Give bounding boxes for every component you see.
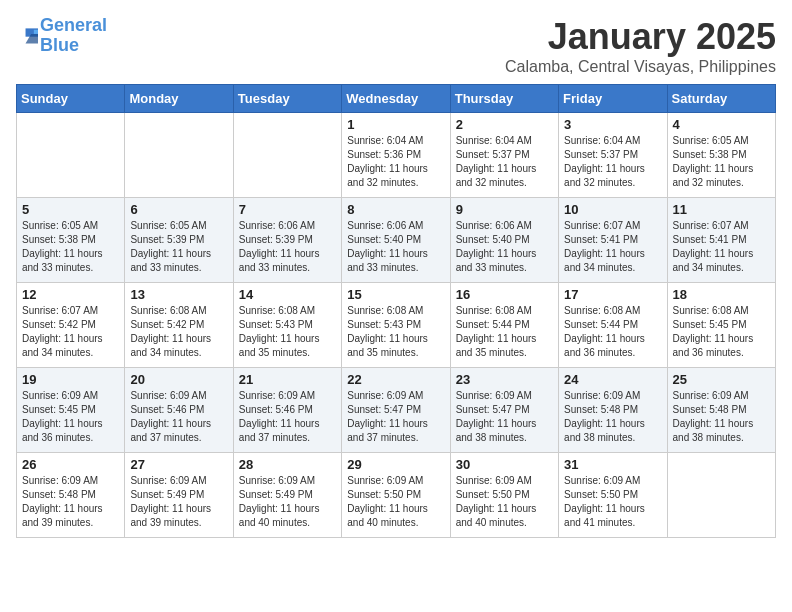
- week-row-3: 12Sunrise: 6:07 AM Sunset: 5:42 PM Dayli…: [17, 283, 776, 368]
- day-number: 26: [22, 457, 119, 472]
- day-cell: 25Sunrise: 6:09 AM Sunset: 5:48 PM Dayli…: [667, 368, 775, 453]
- day-number: 30: [456, 457, 553, 472]
- day-cell: 20Sunrise: 6:09 AM Sunset: 5:46 PM Dayli…: [125, 368, 233, 453]
- day-cell: 8Sunrise: 6:06 AM Sunset: 5:40 PM Daylig…: [342, 198, 450, 283]
- col-header-saturday: Saturday: [667, 85, 775, 113]
- day-cell: 11Sunrise: 6:07 AM Sunset: 5:41 PM Dayli…: [667, 198, 775, 283]
- day-number: 16: [456, 287, 553, 302]
- day-cell: 31Sunrise: 6:09 AM Sunset: 5:50 PM Dayli…: [559, 453, 667, 538]
- day-number: 4: [673, 117, 770, 132]
- logo: General Blue: [16, 16, 107, 56]
- cell-info: Sunrise: 6:08 AM Sunset: 5:42 PM Dayligh…: [130, 304, 227, 360]
- day-cell: 2Sunrise: 6:04 AM Sunset: 5:37 PM Daylig…: [450, 113, 558, 198]
- cell-info: Sunrise: 6:06 AM Sunset: 5:40 PM Dayligh…: [347, 219, 444, 275]
- day-cell: 5Sunrise: 6:05 AM Sunset: 5:38 PM Daylig…: [17, 198, 125, 283]
- day-cell: 17Sunrise: 6:08 AM Sunset: 5:44 PM Dayli…: [559, 283, 667, 368]
- cell-info: Sunrise: 6:09 AM Sunset: 5:46 PM Dayligh…: [239, 389, 336, 445]
- cell-info: Sunrise: 6:09 AM Sunset: 5:50 PM Dayligh…: [347, 474, 444, 530]
- cell-info: Sunrise: 6:08 AM Sunset: 5:45 PM Dayligh…: [673, 304, 770, 360]
- day-cell: 26Sunrise: 6:09 AM Sunset: 5:48 PM Dayli…: [17, 453, 125, 538]
- day-number: 14: [239, 287, 336, 302]
- cell-info: Sunrise: 6:07 AM Sunset: 5:41 PM Dayligh…: [673, 219, 770, 275]
- day-number: 25: [673, 372, 770, 387]
- cell-info: Sunrise: 6:09 AM Sunset: 5:48 PM Dayligh…: [564, 389, 661, 445]
- day-number: 31: [564, 457, 661, 472]
- day-number: 15: [347, 287, 444, 302]
- day-number: 17: [564, 287, 661, 302]
- day-number: 7: [239, 202, 336, 217]
- day-number: 21: [239, 372, 336, 387]
- day-number: 20: [130, 372, 227, 387]
- cell-info: Sunrise: 6:09 AM Sunset: 5:46 PM Dayligh…: [130, 389, 227, 445]
- day-cell: 3Sunrise: 6:04 AM Sunset: 5:37 PM Daylig…: [559, 113, 667, 198]
- day-number: 23: [456, 372, 553, 387]
- day-cell: 27Sunrise: 6:09 AM Sunset: 5:49 PM Dayli…: [125, 453, 233, 538]
- day-number: 12: [22, 287, 119, 302]
- day-number: 18: [673, 287, 770, 302]
- day-cell: 24Sunrise: 6:09 AM Sunset: 5:48 PM Dayli…: [559, 368, 667, 453]
- day-number: 27: [130, 457, 227, 472]
- cell-info: Sunrise: 6:09 AM Sunset: 5:49 PM Dayligh…: [239, 474, 336, 530]
- day-cell: 14Sunrise: 6:08 AM Sunset: 5:43 PM Dayli…: [233, 283, 341, 368]
- week-row-1: 1Sunrise: 6:04 AM Sunset: 5:36 PM Daylig…: [17, 113, 776, 198]
- day-number: 22: [347, 372, 444, 387]
- day-number: 5: [22, 202, 119, 217]
- cell-info: Sunrise: 6:06 AM Sunset: 5:39 PM Dayligh…: [239, 219, 336, 275]
- col-header-tuesday: Tuesday: [233, 85, 341, 113]
- day-cell: 28Sunrise: 6:09 AM Sunset: 5:49 PM Dayli…: [233, 453, 341, 538]
- day-number: 3: [564, 117, 661, 132]
- cell-info: Sunrise: 6:09 AM Sunset: 5:49 PM Dayligh…: [130, 474, 227, 530]
- day-number: 8: [347, 202, 444, 217]
- cell-info: Sunrise: 6:06 AM Sunset: 5:40 PM Dayligh…: [456, 219, 553, 275]
- day-cell: 10Sunrise: 6:07 AM Sunset: 5:41 PM Dayli…: [559, 198, 667, 283]
- day-number: 1: [347, 117, 444, 132]
- calendar-table: SundayMondayTuesdayWednesdayThursdayFrid…: [16, 84, 776, 538]
- col-header-thursday: Thursday: [450, 85, 558, 113]
- day-cell: 12Sunrise: 6:07 AM Sunset: 5:42 PM Dayli…: [17, 283, 125, 368]
- header-row: SundayMondayTuesdayWednesdayThursdayFrid…: [17, 85, 776, 113]
- day-cell: 16Sunrise: 6:08 AM Sunset: 5:44 PM Dayli…: [450, 283, 558, 368]
- cell-info: Sunrise: 6:09 AM Sunset: 5:50 PM Dayligh…: [564, 474, 661, 530]
- cell-info: Sunrise: 6:05 AM Sunset: 5:38 PM Dayligh…: [673, 134, 770, 190]
- day-cell: 29Sunrise: 6:09 AM Sunset: 5:50 PM Dayli…: [342, 453, 450, 538]
- day-cell: [125, 113, 233, 198]
- cell-info: Sunrise: 6:05 AM Sunset: 5:38 PM Dayligh…: [22, 219, 119, 275]
- day-cell: 22Sunrise: 6:09 AM Sunset: 5:47 PM Dayli…: [342, 368, 450, 453]
- cell-info: Sunrise: 6:09 AM Sunset: 5:48 PM Dayligh…: [22, 474, 119, 530]
- month-title: January 2025: [505, 16, 776, 58]
- cell-info: Sunrise: 6:08 AM Sunset: 5:44 PM Dayligh…: [456, 304, 553, 360]
- day-number: 13: [130, 287, 227, 302]
- logo-text: General Blue: [40, 16, 107, 56]
- col-header-sunday: Sunday: [17, 85, 125, 113]
- logo-icon: [18, 27, 40, 45]
- day-cell: 1Sunrise: 6:04 AM Sunset: 5:36 PM Daylig…: [342, 113, 450, 198]
- day-number: 2: [456, 117, 553, 132]
- day-cell: 4Sunrise: 6:05 AM Sunset: 5:38 PM Daylig…: [667, 113, 775, 198]
- week-row-5: 26Sunrise: 6:09 AM Sunset: 5:48 PM Dayli…: [17, 453, 776, 538]
- day-cell: [17, 113, 125, 198]
- col-header-friday: Friday: [559, 85, 667, 113]
- col-header-wednesday: Wednesday: [342, 85, 450, 113]
- cell-info: Sunrise: 6:09 AM Sunset: 5:50 PM Dayligh…: [456, 474, 553, 530]
- cell-info: Sunrise: 6:09 AM Sunset: 5:45 PM Dayligh…: [22, 389, 119, 445]
- cell-info: Sunrise: 6:04 AM Sunset: 5:37 PM Dayligh…: [456, 134, 553, 190]
- cell-info: Sunrise: 6:08 AM Sunset: 5:43 PM Dayligh…: [347, 304, 444, 360]
- day-number: 11: [673, 202, 770, 217]
- svg-marker-2: [34, 30, 38, 34]
- location-title: Calamba, Central Visayas, Philippines: [505, 58, 776, 76]
- day-number: 24: [564, 372, 661, 387]
- cell-info: Sunrise: 6:05 AM Sunset: 5:39 PM Dayligh…: [130, 219, 227, 275]
- cell-info: Sunrise: 6:09 AM Sunset: 5:47 PM Dayligh…: [347, 389, 444, 445]
- day-number: 6: [130, 202, 227, 217]
- day-cell: 19Sunrise: 6:09 AM Sunset: 5:45 PM Dayli…: [17, 368, 125, 453]
- day-cell: [233, 113, 341, 198]
- day-cell: 9Sunrise: 6:06 AM Sunset: 5:40 PM Daylig…: [450, 198, 558, 283]
- week-row-4: 19Sunrise: 6:09 AM Sunset: 5:45 PM Dayli…: [17, 368, 776, 453]
- cell-info: Sunrise: 6:08 AM Sunset: 5:44 PM Dayligh…: [564, 304, 661, 360]
- day-cell: 30Sunrise: 6:09 AM Sunset: 5:50 PM Dayli…: [450, 453, 558, 538]
- day-number: 29: [347, 457, 444, 472]
- day-cell: 13Sunrise: 6:08 AM Sunset: 5:42 PM Dayli…: [125, 283, 233, 368]
- day-cell: 7Sunrise: 6:06 AM Sunset: 5:39 PM Daylig…: [233, 198, 341, 283]
- day-cell: 23Sunrise: 6:09 AM Sunset: 5:47 PM Dayli…: [450, 368, 558, 453]
- day-cell: 6Sunrise: 6:05 AM Sunset: 5:39 PM Daylig…: [125, 198, 233, 283]
